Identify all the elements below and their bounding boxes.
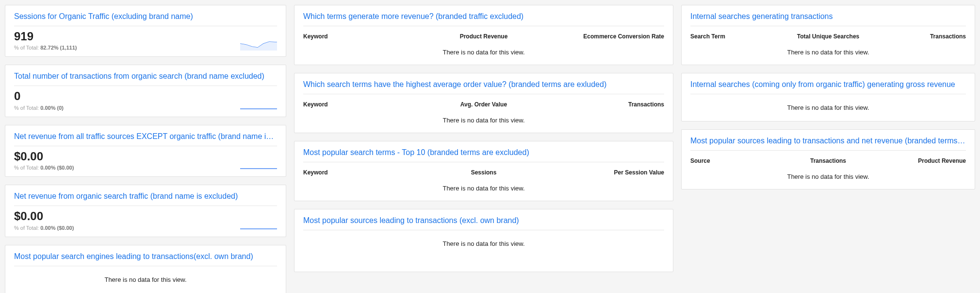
sparkline-chart: [240, 158, 277, 171]
no-data-message: There is no data for this view.: [303, 234, 664, 250]
card-sessions-organic: Sessions for Organic Traffic (excluding …: [5, 5, 286, 57]
card-title[interactable]: Which search terms have the highest aver…: [303, 80, 664, 94]
metric-value: 919: [14, 30, 240, 43]
column-header[interactable]: Product Revenue: [874, 157, 966, 164]
dashboard: Sessions for Organic Traffic (excluding …: [5, 5, 975, 293]
card-title[interactable]: Total number of transactions from organi…: [14, 72, 277, 86]
metric-subtext: % of Total: 0.00% ($0.00): [14, 225, 240, 231]
card-sources-transactions: Most popular sources leading to transact…: [294, 209, 673, 272]
card-transactions-organic: Total number of transactions from organi…: [5, 65, 286, 117]
column-middle: Which terms generate more revenue? (bran…: [294, 5, 673, 272]
column-header[interactable]: Keyword: [303, 33, 424, 40]
metric-value: 0: [14, 90, 240, 103]
card-title[interactable]: Most popular search terms - Top 10 (bran…: [303, 148, 664, 162]
card-title[interactable]: Internal searches (coming only from orga…: [690, 80, 966, 94]
card-title[interactable]: Most popular sources leading to transact…: [690, 137, 966, 151]
card-title[interactable]: Most popular search engines leading to t…: [14, 252, 277, 266]
card-revenue-terms: Which terms generate more revenue? (bran…: [294, 5, 673, 65]
column-header[interactable]: Search Term: [690, 33, 782, 40]
column-header[interactable]: Avg. Order Value: [424, 101, 544, 108]
no-data-message: There is no data for this view.: [303, 179, 664, 195]
column-header[interactable]: Ecommerce Conversion Rate: [544, 33, 664, 40]
card-net-revenue-except-organic: Net revenue from all traffic sources EXC…: [5, 125, 286, 177]
no-data-message: There is no data for this view.: [14, 270, 277, 286]
table-header: Keyword Avg. Order Value Transactions: [303, 98, 664, 111]
card-title[interactable]: Internal searches generating transaction…: [690, 12, 966, 26]
table-header: Keyword Sessions Per Session Value: [303, 166, 664, 179]
column-header[interactable]: Total Unique Searches: [782, 33, 874, 40]
card-top10-search-terms: Most popular search terms - Top 10 (bran…: [294, 141, 673, 201]
column-header[interactable]: Source: [690, 157, 782, 164]
card-internal-searches-transactions: Internal searches generating transaction…: [681, 5, 975, 65]
card-title[interactable]: Net revenue from all traffic sources EXC…: [14, 132, 277, 146]
column-header[interactable]: Per Session Value: [544, 169, 664, 176]
metric-value: $0.00: [14, 210, 240, 223]
column-header[interactable]: Product Revenue: [424, 33, 544, 40]
no-data-message: There is no data for this view.: [690, 98, 966, 114]
sparkline-chart: [240, 218, 277, 231]
column-header[interactable]: Sessions: [424, 169, 544, 176]
column-header[interactable]: Keyword: [303, 101, 424, 108]
card-search-engines-transactions: Most popular search engines leading to t…: [5, 245, 286, 293]
card-title[interactable]: Sessions for Organic Traffic (excluding …: [14, 12, 277, 26]
column-header[interactable]: Keyword: [303, 169, 424, 176]
sparkline-chart: [240, 98, 277, 111]
no-data-message: There is no data for this view.: [690, 43, 966, 59]
card-avg-order-value: Which search terms have the highest aver…: [294, 73, 673, 133]
metric-value: $0.00: [14, 150, 240, 163]
card-sources-net-revenue: Most popular sources leading to transact…: [681, 129, 975, 190]
card-internal-searches-gross-revenue: Internal searches (coming only from orga…: [681, 73, 975, 121]
metric-subtext: % of Total: 82.72% (1,111): [14, 45, 240, 51]
table-header: Keyword Product Revenue Ecommerce Conver…: [303, 30, 664, 43]
card-title[interactable]: Net revenue from organic search traffic …: [14, 192, 277, 206]
table-header: Search Term Total Unique Searches Transa…: [690, 30, 966, 43]
metric-subtext: % of Total: 0.00% ($0.00): [14, 165, 240, 171]
table-header: Source Transactions Product Revenue: [690, 155, 966, 167]
sparkline-chart: [240, 38, 277, 51]
card-title[interactable]: Which terms generate more revenue? (bran…: [303, 12, 664, 26]
no-data-message: There is no data for this view.: [303, 43, 664, 59]
column-left: Sessions for Organic Traffic (excluding …: [5, 5, 286, 293]
column-right: Internal searches generating transaction…: [681, 5, 975, 190]
no-data-message: There is no data for this view.: [690, 167, 966, 183]
column-header[interactable]: Transactions: [874, 33, 966, 40]
column-header[interactable]: Transactions: [782, 157, 874, 164]
card-net-revenue-organic: Net revenue from organic search traffic …: [5, 185, 286, 237]
no-data-message: There is no data for this view.: [303, 111, 664, 127]
column-header[interactable]: Transactions: [544, 101, 664, 108]
metric-subtext: % of Total: 0.00% (0): [14, 105, 240, 111]
card-title[interactable]: Most popular sources leading to transact…: [303, 216, 664, 230]
